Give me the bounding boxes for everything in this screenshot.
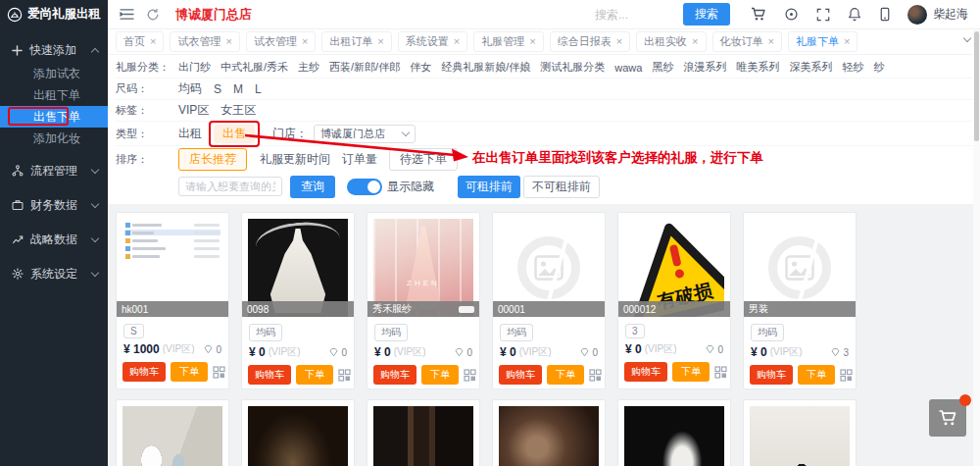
add-to-cart-button[interactable]: 购物车 [373,365,416,385]
user-avatar[interactable] [907,5,927,25]
header-search-input[interactable] [595,8,677,22]
allocate-grid-icon[interactable] [840,369,853,382]
sidebar-group-settings[interactable]: 系统设定 [0,261,108,286]
size-option[interactable]: S [214,82,221,96]
category-option[interactable]: 出门纱 [178,60,211,75]
add-to-cart-button[interactable]: 购物车 [248,365,291,385]
scrollbar-thumb[interactable] [974,31,979,141]
product-image-wrap[interactable]: 0098 [242,213,354,317]
sidebar-item-rent-order[interactable]: 出租下单 [0,84,108,106]
category-option[interactable]: 浪漫系列 [683,60,726,75]
tag-option[interactable]: 女王区 [220,102,256,119]
show-hidden-toggle[interactable] [347,179,382,195]
allocate-grid-icon[interactable] [464,369,476,382]
sidebar-item-sell-order[interactable]: 出售下单 [0,106,108,128]
sidebar-group-process[interactable]: 流程管理 [0,158,108,183]
place-order-button[interactable]: 下单 [296,365,333,385]
close-icon[interactable]: × [302,36,308,47]
close-icon[interactable]: × [150,36,156,47]
close-icon[interactable]: × [844,36,850,47]
add-to-cart-button[interactable]: 购物车 [624,362,667,382]
sort-option-pending-order[interactable]: 待选下单 [389,148,458,171]
allocate-grid-icon[interactable] [589,369,602,382]
category-option[interactable]: 主纱 [298,60,319,75]
add-to-cart-button[interactable]: 购物车 [750,365,793,385]
floating-cart-button[interactable] [929,399,966,437]
cart-icon[interactable] [751,7,766,22]
type-option-sell-selected[interactable]: 出售 [214,125,255,143]
product-card[interactable] [367,399,480,466]
not-rentable-first-button[interactable]: 不可租排前 [523,176,600,198]
sidebar-item-add-fitting[interactable]: 添加试衣 [0,63,108,84]
allocate-grid-icon[interactable] [338,369,351,382]
place-order-button[interactable]: 下单 [171,362,208,382]
allocate-grid-icon[interactable] [714,366,727,379]
username[interactable]: 柴起海 [933,6,968,23]
sidebar-item-add-makeup[interactable]: 添加化妆 [0,128,108,149]
keyword-search-input[interactable] [178,177,282,196]
add-to-cart-button[interactable]: 购物车 [499,365,542,385]
place-order-button[interactable]: 下单 [421,365,459,385]
close-icon[interactable]: × [616,36,622,47]
tab-rent-received[interactable]: 出租实收× [636,31,706,52]
category-option[interactable]: 中式礼服/秀禾 [220,60,288,75]
add-to-cart-button[interactable]: 购物车 [122,362,166,382]
product-image-wrap[interactable]: 男装 [744,213,856,317]
sort-option-manager-pick[interactable]: 店长推荐 [178,148,247,171]
mobile-icon[interactable] [879,7,891,22]
product-card[interactable] [241,399,355,466]
tab-dress-mgmt[interactable]: 礼服管理× [473,31,543,52]
allocate-grid-icon[interactable] [213,366,225,379]
close-icon[interactable]: × [225,36,231,47]
store-select[interactable]: 博诚厦门总店 [314,125,416,143]
refresh-icon[interactable] [146,8,160,22]
tab-daily-report[interactable]: 综合日报表× [550,31,630,52]
tab-system-settings[interactable]: 系统设置× [398,31,467,52]
product-card[interactable] [116,399,229,466]
category-option[interactable]: 经典礼服新娘/伴娘 [441,60,530,75]
size-option[interactable]: 均码 [178,80,202,97]
sort-option-update-time[interactable]: 礼服更新时间 [260,151,330,168]
product-card[interactable] [743,399,857,466]
query-button[interactable]: 查询 [290,176,335,198]
vertical-scrollbar[interactable] [973,29,980,466]
tab-fitting-mgmt-2[interactable]: 试衣管理× [246,31,316,52]
rentable-first-button[interactable]: 可租排前 [458,176,520,198]
product-image-wrap[interactable]: hk001 [117,213,228,317]
header-search-button[interactable]: 搜索 [683,3,730,26]
category-option[interactable]: 唯美系列 [736,60,779,75]
sidebar-group-finance[interactable]: 财务数据 [0,192,108,218]
tag-option[interactable]: VIP区 [178,102,209,119]
place-order-button[interactable]: 下单 [547,365,584,385]
tab-dress-order[interactable]: 礼服下单× [788,31,858,52]
close-icon[interactable]: × [768,36,774,47]
category-option[interactable]: 黑纱 [652,60,673,75]
sort-option-order-count[interactable]: 订单量 [342,151,377,168]
product-image-wrap[interactable]: 00001 [493,213,605,317]
close-icon[interactable]: × [377,36,383,47]
category-option[interactable]: 西装/新郎/伴郎 [329,60,400,75]
tab-list-dropdown-icon[interactable] [963,34,971,42]
category-option[interactable]: wawa [614,62,642,74]
close-icon[interactable]: × [529,36,535,47]
tab-home[interactable]: 首页× [116,31,164,52]
product-image-wrap[interactable]: 有破损 000012 [618,213,730,317]
size-option[interactable]: L [255,82,262,96]
product-card[interactable] [617,399,731,466]
sidebar-collapse-icon[interactable] [120,8,134,21]
tab-fitting-mgmt-1[interactable]: 试衣管理× [170,31,239,52]
sidebar-group-strategy[interactable]: 战略数据 [0,227,108,252]
target-icon[interactable] [784,7,799,22]
bell-icon[interactable] [848,7,861,22]
product-card[interactable] [492,399,606,466]
fullscreen-icon[interactable] [816,8,830,22]
size-option[interactable]: M [233,82,243,96]
type-option-rent[interactable]: 出租 [178,126,202,142]
category-option[interactable]: 深美系列 [789,60,832,75]
close-icon[interactable]: × [692,36,698,47]
category-option[interactable]: 测试礼服分类 [540,60,605,75]
place-order-button[interactable]: 下单 [798,365,835,385]
tab-makeup-orders[interactable]: 化妆订单× [712,31,782,52]
category-option[interactable]: 纱 [873,60,884,75]
close-icon[interactable]: × [454,36,460,47]
